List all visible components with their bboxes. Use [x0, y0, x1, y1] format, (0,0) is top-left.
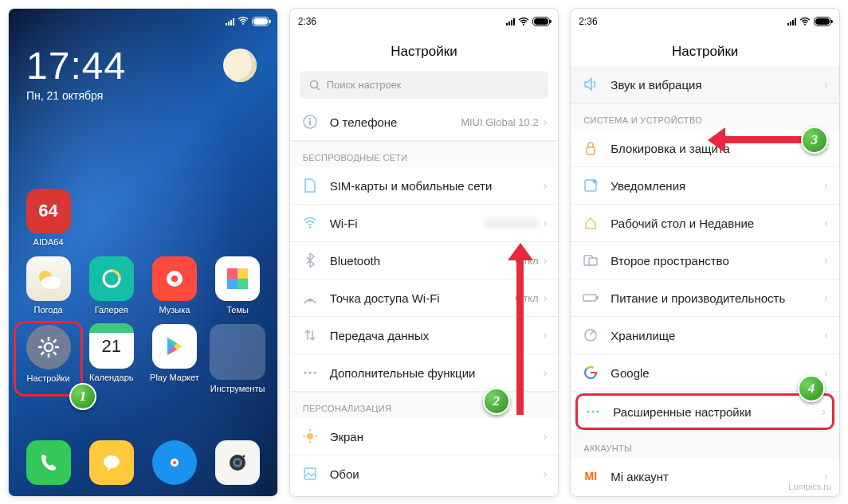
chevron-right-icon: ›	[822, 405, 826, 418]
dock-phone[interactable]	[26, 440, 71, 485]
app-weather[interactable]: Погода	[17, 256, 80, 315]
status-bar: 2:36	[290, 9, 559, 34]
battery-icon	[814, 17, 831, 26]
gallery-icon	[100, 267, 124, 291]
search-icon	[309, 80, 320, 91]
home-wallpaper: 17:44 Пн, 21 октября 64 AIDA64 Погода	[9, 9, 277, 496]
svg-point-19	[104, 455, 120, 468]
search-input[interactable]: Поиск настроек	[300, 71, 549, 99]
sound-icon	[582, 76, 599, 93]
phone-settings-2: 2:36 Настройки Звук и вибрация › СИСТЕМА…	[570, 8, 840, 497]
hotspot-icon	[301, 289, 319, 307]
info-icon	[301, 113, 319, 131]
step-marker-4: 4	[798, 375, 825, 402]
section-accounts: АККАУНТЫ	[571, 432, 839, 458]
app-themes[interactable]: Темы	[206, 256, 269, 315]
clock-time: 17:44	[26, 44, 126, 88]
svg-point-37	[313, 371, 316, 373]
wifi-icon	[238, 17, 249, 26]
svg-point-10	[45, 343, 53, 351]
app-play-market[interactable]: Play Маркет	[143, 324, 206, 393]
svg-point-53	[587, 410, 590, 412]
app-settings-highlighted[interactable]: Настройки	[14, 321, 83, 397]
page-title: Настройки	[571, 34, 839, 66]
svg-rect-51	[597, 296, 599, 299]
svg-point-44	[804, 24, 806, 25]
app-aida64[interactable]: 64 AIDA64	[17, 189, 80, 247]
signal-icon	[226, 18, 234, 25]
empty-slot	[143, 189, 206, 247]
row-storage[interactable]: Хранилище ›	[571, 317, 839, 354]
row-advanced-settings-highlighted[interactable]: Расширенные настройки ›	[575, 393, 834, 430]
chevron-right-icon: ›	[824, 291, 828, 304]
row-notifications[interactable]: Уведомления ›	[571, 167, 839, 205]
row-display[interactable]: Экран ›	[290, 418, 559, 455]
row-power-performance[interactable]: Питание и производительность ›	[571, 279, 839, 317]
svg-point-2	[41, 276, 61, 289]
scroll-arrow	[516, 256, 524, 415]
weather-icon	[33, 267, 64, 291]
row-about-phone[interactable]: О телефоне MIUI Global 10.2 ›	[290, 104, 559, 141]
wallpaper-icon	[301, 465, 319, 483]
svg-line-16	[53, 352, 57, 355]
message-icon	[100, 451, 123, 474]
mi-icon: MI	[582, 467, 599, 485]
signal-icon	[787, 18, 796, 25]
step-marker-3: 3	[801, 127, 828, 154]
row-home-recents[interactable]: Рабочий стол и Недавние ›	[571, 205, 839, 242]
status-time: 2:36	[579, 16, 597, 27]
empty-slot	[80, 189, 143, 247]
row-wallpaper[interactable]: Обои ›	[290, 455, 559, 492]
svg-rect-32	[309, 121, 311, 126]
weather-moon-icon[interactable]	[223, 49, 257, 82]
status-bar	[9, 9, 277, 34]
svg-line-15	[41, 340, 44, 343]
svg-point-38	[307, 433, 313, 440]
svg-point-25	[235, 460, 240, 465]
chevron-right-icon: ›	[544, 254, 548, 267]
svg-point-26	[243, 455, 245, 458]
svg-point-55	[597, 410, 599, 412]
row-second-space[interactable]: Второе пространство ›	[571, 242, 839, 279]
phone-settings-1: 2:36 Настройки Поиск настроек О телефоне…	[289, 8, 559, 497]
app-tools-folder[interactable]: Инструменты	[206, 324, 269, 393]
chevron-right-icon: ›	[544, 366, 548, 379]
chevron-right-icon: ›	[824, 366, 828, 379]
chevron-right-icon: ›	[824, 78, 828, 91]
chevron-right-icon: ›	[544, 467, 548, 480]
row-sim[interactable]: SIM-карты и мобильные сети ›	[290, 167, 559, 205]
chevron-right-icon: ›	[544, 430, 548, 443]
app-gallery[interactable]: Галерея	[80, 256, 143, 315]
svg-point-35	[304, 371, 306, 373]
chevron-right-icon: ›	[824, 217, 828, 229]
app-music[interactable]: Музыка	[143, 256, 206, 315]
chevron-right-icon: ›	[544, 115, 548, 128]
section-wireless: БЕСПРОВОДНЫЕ СЕТИ	[290, 141, 559, 167]
dock-messages[interactable]	[89, 440, 134, 485]
status-time: 2:36	[298, 16, 316, 27]
more-icon	[301, 364, 319, 381]
app-calendar[interactable]: 21 Календарь	[80, 324, 143, 393]
battery-icon	[532, 17, 550, 26]
dock-camera[interactable]	[215, 440, 260, 485]
svg-line-17	[53, 340, 57, 343]
status-indicators	[506, 17, 550, 26]
row-wifi[interactable]: Wi-Fi ›	[290, 205, 559, 242]
home-dock	[9, 436, 277, 490]
dock-browser[interactable]	[152, 440, 197, 485]
sim-icon	[301, 177, 319, 194]
status-indicators	[226, 17, 269, 26]
home-icon	[582, 214, 599, 232]
clock-widget[interactable]: 17:44 Пн, 21 октября	[26, 44, 126, 102]
svg-line-18	[41, 352, 44, 355]
svg-point-31	[308, 118, 310, 119]
phone-icon	[37, 451, 60, 474]
page-title: Настройки	[290, 34, 559, 66]
chevron-right-icon: ›	[544, 179, 548, 192]
chevron-right-icon: ›	[544, 329, 548, 342]
watermark-text: Lumpics.ru	[788, 482, 831, 491]
row-sound[interactable]: Звук и вибрация ›	[571, 66, 839, 104]
svg-point-0	[242, 23, 244, 25]
lock-icon	[582, 139, 599, 157]
svg-rect-9	[238, 279, 248, 289]
